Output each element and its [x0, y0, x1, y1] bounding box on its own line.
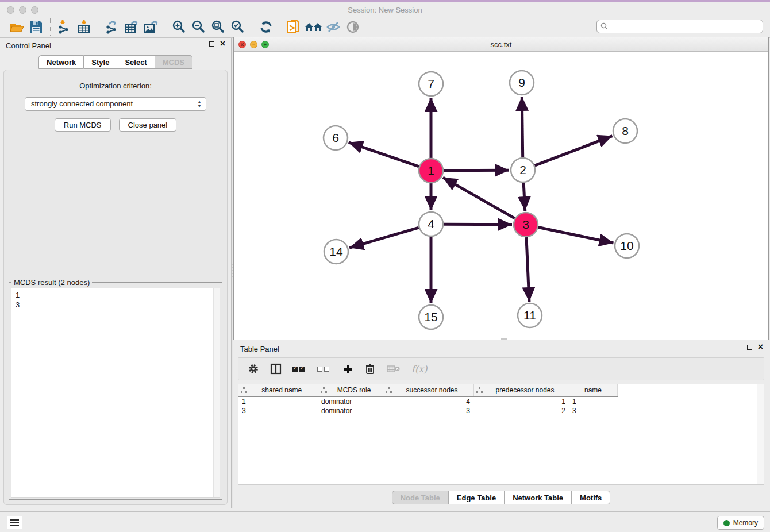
table-cell[interactable]: 1 — [473, 396, 569, 406]
hide-selected-button[interactable] — [324, 18, 343, 36]
delete-table-button[interactable] — [387, 362, 401, 376]
network-window-titlebar[interactable]: ✕ − + scc.txt — [234, 37, 768, 52]
tab-select[interactable]: Select — [117, 55, 155, 69]
refresh-layout-button[interactable] — [256, 18, 276, 36]
graph-edge-3-10[interactable] — [538, 228, 614, 244]
graph-edge-4-14[interactable] — [349, 228, 419, 248]
table-cell[interactable]: dominator — [318, 406, 383, 415]
graph-node-label-11: 11 — [523, 309, 536, 322]
import-network-icon — [57, 20, 72, 34]
graph-node-label-4: 4 — [428, 217, 434, 230]
export-image-button[interactable] — [141, 18, 161, 36]
import-network-button[interactable] — [55, 18, 74, 36]
graph-node-label-3: 3 — [522, 218, 529, 231]
resize-handle[interactable] — [501, 338, 507, 340]
new-network-from-selection-button[interactable] — [284, 18, 304, 36]
memory-button[interactable]: Memory — [717, 516, 764, 530]
table-row[interactable]: 1dominator411 — [238, 396, 617, 406]
tab-network-table[interactable]: Network Table — [505, 491, 572, 504]
result-line: 1 — [16, 290, 215, 300]
export-network-icon — [105, 20, 120, 34]
first-neighbors-button[interactable] — [304, 18, 324, 36]
close-panel-button[interactable]: Close panel — [119, 118, 177, 132]
criterion-select[interactable]: strongly connected component ▲▼ — [25, 97, 206, 111]
graph-edge-4-3[interactable] — [444, 224, 512, 225]
graph-node-label-15: 15 — [424, 310, 437, 323]
export-table-button[interactable] — [122, 18, 141, 36]
graph-node-label-2: 2 — [519, 163, 526, 176]
zoom-selected-button[interactable] — [228, 18, 248, 36]
table-cell[interactable]: 3 — [569, 406, 617, 415]
column-header-name[interactable]: name — [569, 384, 617, 396]
table-panel-tabs: Node TableEdge TableNetwork TableMotifs — [233, 491, 769, 504]
table-row[interactable]: 3dominator323 — [238, 406, 617, 415]
tab-node-table[interactable]: Node Table — [392, 491, 449, 504]
add-row-button[interactable] — [342, 362, 353, 376]
run-mcds-button[interactable]: Run MCDS — [55, 118, 111, 132]
mcds-result-box[interactable]: 13 — [11, 288, 220, 498]
select-all-button[interactable] — [292, 362, 306, 376]
zoom-in-button[interactable] — [170, 18, 189, 36]
delete-table-icon — [387, 364, 401, 373]
toolbar-separator — [165, 18, 165, 36]
table-settings-button[interactable] — [248, 362, 259, 376]
tab-network[interactable]: Network — [38, 55, 84, 69]
column-header-MCDS-role[interactable]: MCDS role — [318, 384, 383, 396]
table-cell[interactable]: 1 — [569, 396, 617, 406]
table-cell[interactable]: 3 — [383, 406, 473, 415]
toolbar-separator — [98, 18, 98, 36]
function-builder-button[interactable]: f(x) — [411, 362, 427, 376]
import-table-icon — [76, 20, 91, 34]
delete-button[interactable] — [364, 362, 376, 376]
export-network-button[interactable] — [102, 18, 122, 36]
graph-edge-2-9[interactable] — [522, 97, 522, 157]
zoom-out-icon — [191, 20, 206, 34]
float-table-panel-icon[interactable] — [747, 345, 752, 350]
export-table-icon — [124, 20, 140, 34]
tab-mcds[interactable]: MCDS — [155, 55, 192, 69]
result-scrollbar[interactable] — [213, 288, 220, 497]
open-folder-icon — [9, 20, 24, 34]
table-cell[interactable]: 4 — [383, 396, 473, 406]
tab-motifs[interactable]: Motifs — [572, 491, 610, 504]
save-session-button[interactable] — [26, 18, 46, 36]
network-from-selection-icon — [286, 19, 302, 35]
hierarchy-icon — [321, 387, 327, 393]
graph-node-label-10: 10 — [620, 239, 633, 252]
graph-edge-1-2[interactable] — [444, 170, 509, 171]
table-cell[interactable]: 3 — [238, 406, 318, 415]
column-header-shared-name[interactable]: shared name — [238, 384, 318, 396]
table-cell[interactable]: 1 — [238, 396, 318, 406]
mcds-tab-content: Optimization criterion: strongly connect… — [3, 70, 228, 505]
graph-edge-2-3[interactable] — [523, 183, 525, 211]
graph-edge-2-8[interactable] — [535, 136, 613, 166]
show-all-button[interactable] — [343, 18, 363, 36]
import-table-button[interactable] — [74, 18, 94, 36]
table-scrollbar[interactable] — [757, 384, 764, 484]
zoom-selected-icon — [230, 20, 245, 34]
deselect-all-button[interactable] — [317, 362, 331, 376]
zoom-out-button[interactable] — [189, 18, 209, 36]
graph-node-label-7: 7 — [428, 77, 434, 90]
close-panel-icon[interactable]: × — [220, 41, 225, 47]
graph-edge-3-11[interactable] — [526, 237, 529, 302]
column-header-predecessor-nodes[interactable]: predecessor nodes — [473, 384, 569, 396]
graph-edge-1-6[interactable] — [349, 142, 419, 167]
close-table-panel-icon[interactable]: × — [758, 344, 763, 350]
tab-edge-table[interactable]: Edge Table — [449, 491, 505, 504]
zoom-fit-icon — [211, 20, 226, 34]
select-stepper-icon: ▲▼ — [197, 100, 202, 108]
graph-edge-3-1[interactable] — [443, 178, 515, 218]
column-header-successor-nodes[interactable]: successor nodes — [383, 384, 473, 396]
search-input[interactable] — [596, 20, 763, 33]
tab-style[interactable]: Style — [84, 55, 117, 69]
float-panel-icon[interactable] — [209, 41, 214, 47]
open-session-button[interactable] — [7, 18, 26, 36]
task-history-button[interactable] — [7, 516, 22, 529]
table-cell[interactable]: dominator — [318, 396, 383, 406]
show-columns-button[interactable] — [270, 362, 282, 376]
table-cell[interactable]: 2 — [473, 406, 569, 415]
zoom-fit-button[interactable] — [209, 18, 228, 36]
network-canvas[interactable]: 7968124314101511 — [234, 52, 768, 340]
fx-icon: f(x) — [411, 364, 427, 375]
